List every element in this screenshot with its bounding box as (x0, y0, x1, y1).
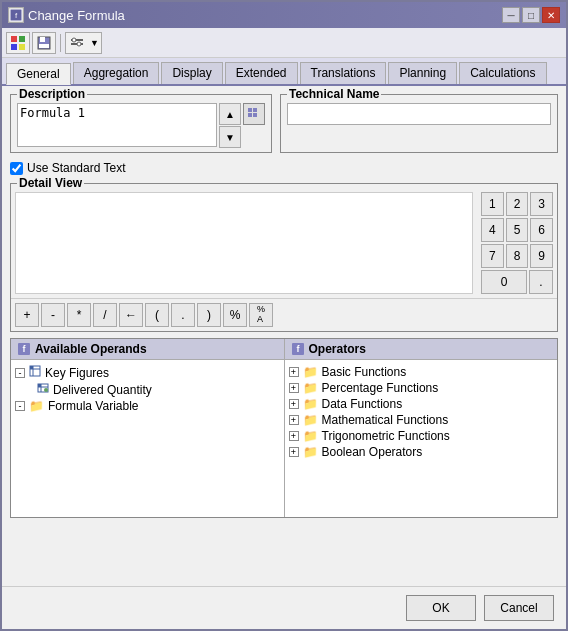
operators-header: f Operators (285, 339, 558, 360)
content-area: Description Formula 1 ▲ ▼ (2, 86, 566, 586)
keypad-row-2: 4 5 6 (481, 218, 553, 242)
description-field-group: Formula 1 ▲ ▼ (17, 103, 265, 148)
tab-display[interactable]: Display (161, 62, 222, 84)
basic-functions-folder-icon: 📁 (303, 365, 318, 379)
keypad-5[interactable]: 5 (506, 218, 529, 242)
expand-pct-icon[interactable]: + (289, 383, 299, 393)
technical-name-fieldset: Technical Name (280, 94, 558, 153)
svg-rect-5 (19, 44, 25, 50)
list-item[interactable]: + 📁 Trigonometric Functions (289, 428, 554, 444)
formula-variable-folder-icon: 📁 (29, 399, 44, 413)
pct-functions-label: Percentage Functions (322, 381, 439, 395)
use-standard-text-row: Use Standard Text (10, 159, 558, 177)
expand-basic-icon[interactable]: + (289, 367, 299, 377)
minimize-button[interactable]: ─ (502, 7, 520, 23)
expand-data-icon[interactable]: + (289, 399, 299, 409)
keypad-dot[interactable]: . (529, 270, 553, 294)
svg-rect-14 (253, 108, 257, 112)
ok-button[interactable]: OK (406, 595, 476, 621)
tab-aggregation[interactable]: Aggregation (73, 62, 160, 84)
maximize-button[interactable]: □ (522, 7, 540, 23)
trig-functions-label: Trigonometric Functions (322, 429, 450, 443)
list-item[interactable]: + 📁 Percentage Functions (289, 380, 554, 396)
app-icon: f (8, 7, 24, 23)
available-operands-label: Available Operands (35, 342, 147, 356)
svg-point-27 (44, 388, 48, 392)
svg-rect-15 (248, 113, 252, 117)
operators-tree: + 📁 Basic Functions + 📁 Percentage Funct… (285, 360, 558, 517)
operators-header-icon: f (291, 342, 305, 356)
save-button[interactable] (32, 32, 56, 54)
op-divide[interactable]: / (93, 303, 117, 327)
list-item[interactable]: + 📁 Boolean Operators (289, 444, 554, 460)
tools-dropdown[interactable]: ▼ (65, 32, 102, 54)
dropdown-arrow-icon: ▼ (88, 38, 101, 48)
expand-formula-var-icon[interactable]: - (15, 401, 25, 411)
keypad-8[interactable]: 8 (506, 244, 529, 268)
trig-functions-folder-icon: 📁 (303, 429, 318, 443)
op-close-paren[interactable]: ) (197, 303, 221, 327)
op-percent[interactable]: % (223, 303, 247, 327)
op-percent-a[interactable]: %A (249, 303, 273, 327)
tab-bar: General Aggregation Display Extended Tra… (2, 58, 566, 86)
tab-general[interactable]: General (6, 63, 71, 85)
keypad-1[interactable]: 1 (481, 192, 504, 216)
svg-rect-26 (38, 384, 41, 387)
list-item[interactable]: + 📁 Mathematical Functions (289, 412, 554, 428)
available-operands-tree: - Key Figures (11, 360, 284, 517)
use-standard-text-checkbox[interactable] (10, 162, 23, 175)
keypad-3[interactable]: 3 (530, 192, 553, 216)
expand-bool-icon[interactable]: + (289, 447, 299, 457)
formula-variable-label: Formula Variable (48, 399, 138, 413)
key-figures-table-icon (29, 365, 41, 380)
tools-icon (66, 34, 88, 52)
scroll-up-button[interactable]: ▲ (219, 103, 241, 125)
list-item[interactable]: Delivered Quantity (15, 381, 280, 398)
tab-planning[interactable]: Planning (388, 62, 457, 84)
list-item[interactable]: - Key Figures (15, 364, 280, 381)
scroll-down-button[interactable]: ▼ (219, 126, 241, 148)
title-bar-left: f Change Formula (8, 7, 125, 23)
list-item[interactable]: + 📁 Basic Functions (289, 364, 554, 380)
grid-picker-button[interactable] (243, 103, 265, 125)
keypad-2[interactable]: 2 (506, 192, 529, 216)
footer: OK Cancel (2, 586, 566, 629)
tab-translations[interactable]: Translations (300, 62, 387, 84)
technical-name-input[interactable] (287, 103, 551, 125)
keypad-4[interactable]: 4 (481, 218, 504, 242)
svg-rect-7 (40, 37, 45, 42)
op-minus[interactable]: - (41, 303, 65, 327)
op-open-paren[interactable]: ( (145, 303, 169, 327)
op-backspace[interactable]: ← (119, 303, 143, 327)
calculator-keypad: 1 2 3 4 5 6 7 8 9 0 (477, 188, 557, 298)
keypad-0[interactable]: 0 (481, 270, 527, 294)
op-decimal[interactable]: . (171, 303, 195, 327)
svg-rect-4 (11, 44, 17, 50)
tab-calculations[interactable]: Calculations (459, 62, 546, 84)
svg-rect-13 (248, 108, 252, 112)
tab-extended[interactable]: Extended (225, 62, 298, 84)
keypad-7[interactable]: 7 (481, 244, 504, 268)
keypad-9[interactable]: 9 (530, 244, 553, 268)
palette-button[interactable] (6, 32, 30, 54)
svg-point-12 (77, 42, 81, 46)
basic-functions-label: Basic Functions (322, 365, 407, 379)
formula-input-area[interactable] (15, 192, 473, 294)
bool-operators-label: Boolean Operators (322, 445, 423, 459)
op-multiply[interactable]: * (67, 303, 91, 327)
technical-name-label: Technical Name (287, 87, 381, 101)
close-button[interactable]: ✕ (542, 7, 560, 23)
list-item[interactable]: - 📁 Formula Variable (15, 398, 280, 414)
expand-trig-icon[interactable]: + (289, 431, 299, 441)
keypad-6[interactable]: 6 (530, 218, 553, 242)
description-input[interactable]: Formula 1 (17, 103, 217, 147)
cancel-button[interactable]: Cancel (484, 595, 554, 621)
key-figures-label: Key Figures (45, 366, 109, 380)
operators-panel: f Operators + 📁 Basic Functions + 📁 Perc… (285, 339, 558, 517)
list-item[interactable]: + 📁 Data Functions (289, 396, 554, 412)
math-functions-folder-icon: 📁 (303, 413, 318, 427)
expand-math-icon[interactable]: + (289, 415, 299, 425)
use-standard-text-label: Use Standard Text (27, 161, 126, 175)
op-plus[interactable]: + (15, 303, 39, 327)
expand-key-figures-icon[interactable]: - (15, 368, 25, 378)
